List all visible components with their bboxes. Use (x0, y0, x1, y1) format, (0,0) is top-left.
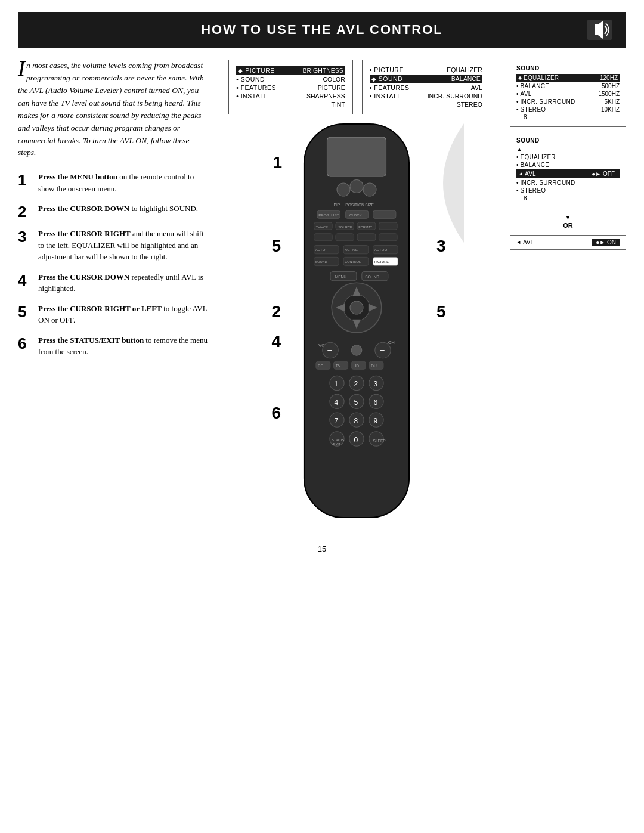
step-4-number: 4 (18, 272, 35, 288)
svg-text:6: 6 (373, 398, 377, 407)
overlay-1: 1 (273, 153, 283, 172)
avl-on-value: ●► ON (592, 239, 620, 246)
step-5-number: 5 (18, 304, 35, 320)
svg-point-7 (363, 183, 376, 196)
step-5-text: Press the CURSOR RIGHT or LEFT to toggle… (38, 303, 209, 326)
svg-rect-25 (357, 234, 376, 241)
or-label: ▼ OR (510, 214, 626, 229)
svg-text:4: 4 (334, 398, 338, 407)
intro-body: n most cases, the volume levels coming f… (18, 61, 204, 157)
menu-box-2: • Picture Equalizer ◆ Sound Balance • Fe… (362, 60, 490, 114)
left-column: In most cases, the volume levels coming … (18, 60, 209, 527)
speaker-icon (584, 18, 614, 42)
menu-item-2-install: • Install Incr. Surround (370, 92, 482, 100)
intro-text: In most cases, the volume levels coming … (18, 60, 209, 159)
remote-wrapper: 1 5 2 4 3 5 6 PIP (291, 117, 428, 527)
avl-on-box: ◄ AVL ●► ON (510, 235, 626, 250)
svg-text:TV/VCR: TV/VCR (315, 225, 327, 229)
svg-text:FORMAT: FORMAT (358, 225, 372, 229)
step-3-text: Press the CURSOR RIGHT and the menu will… (38, 228, 209, 263)
right-menu-equalizer: Sound ◆ Equalizer 120Hz • Balance 500Hz … (510, 60, 626, 127)
step-6: 6 Press the STATUS/EXIT button to remove… (18, 335, 209, 358)
middle-column: ◆ Picture Brightness • Sound Color • Fea… (221, 60, 498, 527)
svg-text:3: 3 (373, 380, 377, 388)
avl-on-row: ◄ AVL ●► ON (516, 239, 620, 246)
svg-text:PIP: PIP (333, 203, 340, 207)
main-content: In most cases, the volume levels coming … (18, 60, 626, 527)
svg-text:CONTROL: CONTROL (345, 260, 361, 264)
svg-point-49 (350, 301, 363, 314)
svg-text:7: 7 (334, 417, 338, 425)
svg-text:PICTURE: PICTURE (374, 260, 388, 264)
overlay-5a: 5 (272, 237, 281, 256)
svg-text:DU: DU (371, 364, 377, 368)
step-2: 2 Press the CURSOR DOWN to highlight SOU… (18, 203, 209, 219)
incr-surround-row-1: • Incr. Surround 5kHz (516, 98, 620, 105)
balance-row-2: • Balance (516, 162, 620, 168)
page-number: 15 (0, 544, 644, 553)
svg-text:2: 2 (354, 380, 358, 388)
svg-text:SOUND: SOUND (315, 260, 327, 264)
step-1-text: Press the MENU button on the remote cont… (38, 171, 209, 194)
right-column: Sound ◆ Equalizer 120Hz • Balance 500Hz … (510, 60, 626, 527)
menu-item-tint: Tint (236, 101, 345, 108)
svg-rect-13 (373, 210, 396, 218)
svg-text:SLEEP: SLEEP (373, 439, 386, 443)
step-1-number: 1 (18, 172, 35, 188)
balance-row-1: • Balance 500Hz (516, 83, 620, 89)
step-2-number: 2 (18, 204, 35, 219)
svg-text:CH: CH (388, 340, 394, 345)
svg-point-5 (337, 183, 350, 196)
avl-on-label: AVL (523, 239, 534, 246)
avl-row-off: ◄ AVL ●► OFF (516, 169, 620, 178)
step-6-text: Press the STATUS/EXIT button to remove t… (38, 335, 209, 358)
step-4: 4 Press the CURSOR DOWN repeatedly until… (18, 271, 209, 295)
svg-text:HD: HD (353, 364, 359, 368)
svg-text:MENU: MENU (335, 275, 346, 279)
svg-text:SOURCE: SOURCE (338, 225, 352, 229)
svg-text:5: 5 (354, 398, 358, 407)
step-3-number: 3 (18, 229, 35, 244)
step-4-text: Press the CURSOR DOWN repeatedly until A… (38, 271, 209, 295)
steps-container: 1 Press the MENU button on the remote co… (18, 171, 209, 358)
svg-text:ACTIVE: ACTIVE (345, 248, 358, 252)
svg-text:SOUND: SOUND (365, 275, 379, 279)
svg-text:−: − (327, 345, 332, 355)
equalizer-row-2: • Equalizer (516, 154, 620, 160)
svg-text:AUTO: AUTO (315, 248, 325, 252)
drop-cap: I (18, 60, 25, 78)
overlay-2: 2 (272, 302, 281, 321)
page-title: How to Use the AVL Control (60, 22, 584, 38)
svg-text:0: 0 (354, 435, 358, 444)
menu-item-install: • Install Sharpness (236, 92, 345, 100)
menu-item-2-stereo: Stereo (370, 101, 482, 108)
svg-text:/EXIT: /EXIT (332, 442, 340, 446)
svg-text:PROG. LIST: PROG. LIST (318, 213, 339, 217)
svg-text:PC: PC (318, 364, 323, 368)
stereo-row-1: • Stereo 10kHz (516, 106, 620, 113)
avl-row-1: • AVL 1500Hz (516, 91, 620, 97)
svg-point-6 (350, 180, 363, 193)
svg-text:9: 9 (373, 417, 377, 425)
svg-rect-23 (314, 234, 332, 241)
step-3: 3 Press the CURSOR RIGHT and the menu wi… (18, 228, 209, 263)
svg-rect-19 (379, 222, 397, 230)
8-row-1: 8 (516, 114, 620, 120)
curve-decoration (410, 123, 464, 243)
step-2-text: Press the CURSOR DOWN to highlight SOUND… (38, 203, 198, 215)
top-menus: ◆ Picture Brightness • Sound Color • Fea… (228, 60, 490, 114)
equalizer-row-active: ◆ Equalizer 120Hz (516, 74, 620, 82)
svg-text:TV: TV (335, 364, 340, 368)
stereo-row-2: • Stereo (516, 187, 620, 194)
svg-rect-4 (327, 137, 386, 176)
svg-text:STATUS: STATUS (332, 438, 344, 442)
overlay-5b: 5 (436, 302, 446, 321)
svg-text:1: 1 (334, 380, 338, 388)
page-header: How to Use the AVL Control (18, 12, 626, 48)
menu-item-2-features: • Features AVL (370, 84, 482, 91)
page-wrapper: How to Use the AVL Control In most cases… (0, 12, 644, 553)
svg-text:−: − (379, 345, 385, 355)
overlay-4: 4 (272, 332, 281, 351)
menu-item-features: • Features Picture (236, 84, 345, 91)
svg-text:SIZE: SIZE (365, 203, 374, 207)
